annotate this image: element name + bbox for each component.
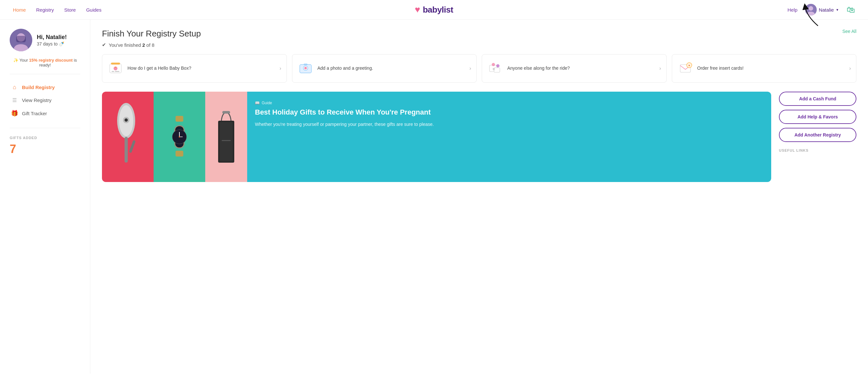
task-card-text-4: Order free insert cards! xyxy=(697,65,845,72)
svg-rect-20 xyxy=(494,68,500,72)
avatar xyxy=(805,4,817,15)
sidebar-avatar xyxy=(10,29,32,51)
logo-brand-name: babylist xyxy=(423,5,453,15)
shopping-bag-icon[interactable]: 🛍 xyxy=(847,5,855,15)
sidebar-greeting: Hi, Natalie! xyxy=(37,34,67,41)
sidebar-user-info: Hi, Natalie! 37 days to 🍼 xyxy=(37,34,67,46)
checkmark-icon: ✔ xyxy=(102,42,106,48)
gift-icon: 🎁 xyxy=(11,110,18,117)
nav-home[interactable]: Home xyxy=(13,7,26,12)
task-card-partner[interactable]: Anyone else along for the ride? › xyxy=(482,54,666,83)
task-card-insert[interactable]: ♥ Order free insert cards! › xyxy=(672,54,857,83)
sidebar-item-gift-tracker[interactable]: 🎁 Gift Tracker xyxy=(10,106,80,120)
sidebar-discount: ✨ Your 15% registry discount is ready! xyxy=(10,58,80,74)
task-card-text-1: How do I get a Hello Baby Box? xyxy=(127,65,276,72)
promo-description: Whether you're treating yourself or pamp… xyxy=(255,121,764,128)
svg-rect-41 xyxy=(220,122,232,161)
sidebar-nav: ⌂ Build Registry ☰ View Registry 🎁 Gift … xyxy=(10,81,80,128)
svg-point-31 xyxy=(125,119,128,122)
see-all-link[interactable]: See All xyxy=(842,29,857,34)
gifts-added-label: GIFTS ADDED xyxy=(10,136,80,140)
promo-banner[interactable]: 📖 Guide Best Holiday Gifts to Receive Wh… xyxy=(102,92,771,182)
sidebar-item-view-registry[interactable]: ☰ View Registry xyxy=(10,94,80,106)
svg-rect-34 xyxy=(176,151,183,157)
help-link[interactable]: Help xyxy=(788,7,798,12)
nav-links: Home Registry Store Guides xyxy=(13,7,101,12)
svg-rect-11 xyxy=(115,71,119,72)
gifts-count: 7 xyxy=(10,142,80,156)
sidebar-user: Hi, Natalie! 37 days to 🍼 xyxy=(10,29,80,51)
useful-links-label: USEFUL LINKS xyxy=(779,149,857,152)
view-registry-label: View Registry xyxy=(22,97,51,103)
dropdown-caret-icon: ▼ xyxy=(836,8,839,11)
svg-point-15 xyxy=(304,67,307,69)
discount-prefix: ✨ Your xyxy=(13,58,29,63)
promo-title: Best Holiday Gifts to Receive When You'r… xyxy=(255,108,764,117)
task-card-photo[interactable]: Add a photo and a greeting. › xyxy=(292,54,477,83)
nav-store[interactable]: Store xyxy=(64,7,76,12)
discount-link[interactable]: 15% registry discount xyxy=(29,58,72,63)
main-layout: Hi, Natalie! 37 days to 🍼 ✨ Your 15% reg… xyxy=(0,20,868,374)
nav-guides[interactable]: Guides xyxy=(86,7,102,12)
svg-text:♥: ♥ xyxy=(688,64,690,67)
svg-rect-28 xyxy=(125,137,128,163)
task-card-text-2: Add a photo and a greeting. xyxy=(317,65,466,72)
svg-rect-8 xyxy=(111,63,120,65)
task-card-arrow-1: › xyxy=(279,65,281,71)
user-menu[interactable]: Natalie ▼ xyxy=(805,4,839,15)
setup-title: Finish Your Registry Setup xyxy=(102,29,857,39)
promo-guide-label: 📖 Guide xyxy=(255,101,764,105)
insert-icon: ♥ xyxy=(677,60,693,76)
sidebar: Hi, Natalie! 37 days to 🍼 ✨ Your 15% reg… xyxy=(0,20,90,374)
svg-rect-43 xyxy=(222,140,231,141)
photo-icon xyxy=(298,60,314,76)
gift-tracker-label: Gift Tracker xyxy=(22,111,47,116)
site-logo[interactable]: ♥ babylist xyxy=(415,4,453,15)
svg-point-39 xyxy=(179,136,180,137)
build-registry-label: Build Registry xyxy=(22,85,55,90)
lower-section: 📖 Guide Best Holiday Gifts to Receive Wh… xyxy=(102,92,857,182)
promo-col-teal xyxy=(154,92,205,182)
setup-progress: ✔ You've finished 2 of 8 xyxy=(102,42,857,48)
add-help-favors-button[interactable]: Add Help & Favors xyxy=(779,110,857,124)
task-card-hello-baby[interactable]: How do I get a Hello Baby Box? › xyxy=(102,54,287,83)
hello-baby-icon xyxy=(107,60,124,76)
add-another-registry-button[interactable]: Add Another Registry xyxy=(779,128,857,142)
svg-rect-16 xyxy=(304,64,308,65)
progress-text: You've finished 2 of 8 xyxy=(109,42,155,48)
task-card-arrow-3: › xyxy=(659,65,661,71)
promo-text-section: 📖 Guide Best Holiday Gifts to Receive Wh… xyxy=(247,92,771,182)
nav-right-section: Help Natalie ▼ 🛍 xyxy=(788,4,855,15)
list-icon: ☰ xyxy=(11,97,18,103)
svg-rect-29 xyxy=(129,140,135,153)
promo-col-pink xyxy=(205,92,247,182)
navbar: Home Registry Store Guides ♥ babylist He… xyxy=(0,0,868,20)
svg-point-1 xyxy=(809,6,813,11)
task-card-text-3: Anyone else along for the ride? xyxy=(507,65,655,72)
sidebar-days: 37 days to 🍼 xyxy=(37,41,67,46)
partner-icon xyxy=(487,60,503,76)
logo-heart-icon: ♥ xyxy=(415,4,421,15)
promo-col-red xyxy=(102,92,154,182)
home-icon: ⌂ xyxy=(11,84,18,91)
right-panel: Add a Cash Fund Add Help & Favors Add An… xyxy=(779,92,857,182)
task-cards: How do I get a Hello Baby Box? › Add a p… xyxy=(102,54,857,83)
task-card-arrow-2: › xyxy=(469,65,471,71)
username-label: Natalie xyxy=(818,7,834,12)
svg-rect-42 xyxy=(222,111,230,114)
svg-rect-6 xyxy=(16,36,26,42)
task-card-arrow-4: › xyxy=(849,65,851,71)
svg-rect-10 xyxy=(112,71,114,72)
add-cash-fund-button[interactable]: Add a Cash Fund xyxy=(779,92,857,106)
sidebar-item-build-registry[interactable]: ⌂ Build Registry xyxy=(10,81,80,94)
svg-rect-32 xyxy=(176,116,183,122)
main-content: See All Finish Your Registry Setup ✔ You… xyxy=(90,20,868,374)
svg-point-19 xyxy=(496,64,499,67)
nav-registry[interactable]: Registry xyxy=(36,7,54,12)
guide-book-icon: 📖 xyxy=(255,101,260,105)
svg-point-18 xyxy=(492,63,495,66)
gifts-added-section: GIFTS ADDED 7 xyxy=(10,136,80,156)
